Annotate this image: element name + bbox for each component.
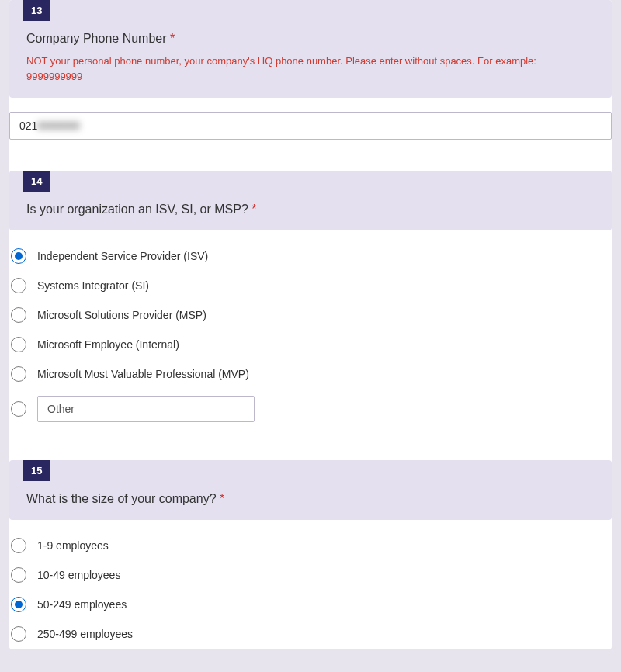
question-14-options: Independent Service Provider (ISV) Syste…	[9, 230, 612, 429]
question-title-text: What is the size of your company?	[26, 492, 217, 505]
option-row[interactable]: Microsoft Employee (Internal)	[9, 330, 612, 359]
option-row[interactable]: Microsoft Most Valuable Professional (MV…	[9, 359, 612, 389]
phone-input-wrap: 0210000000	[9, 98, 612, 140]
option-label: 250-499 employees	[37, 628, 133, 640]
question-number-badge: 15	[23, 460, 50, 481]
question-title-text: Is your organization an ISV, SI, or MSP?	[26, 203, 248, 216]
option-row-other	[9, 389, 612, 429]
option-label: Independent Service Provider (ISV)	[37, 250, 208, 262]
question-title: What is the size of your company? *	[9, 481, 612, 506]
option-row[interactable]: Independent Service Provider (ISV)	[9, 241, 612, 271]
option-row[interactable]: Microsoft Solutions Provider (MSP)	[9, 300, 612, 330]
question-title: Company Phone Number *	[9, 21, 612, 46]
radio-size-50-249[interactable]	[11, 597, 26, 612]
question-13-header: 13 Company Phone Number * NOT your perso…	[9, 0, 612, 98]
question-15-header: 15 What is the size of your company? *	[9, 460, 612, 520]
option-label: Systems Integrator (SI)	[37, 279, 149, 292]
radio-msp[interactable]	[11, 307, 26, 323]
other-text-input[interactable]	[37, 396, 255, 422]
question-14-block: 14 Is your organization an ISV, SI, or M…	[9, 171, 612, 429]
question-title-text: Company Phone Number	[26, 32, 167, 45]
required-asterisk: *	[170, 32, 175, 45]
option-row[interactable]: 1-9 employees	[9, 531, 612, 560]
question-15-block: 15 What is the size of your company? * 1…	[9, 460, 612, 649]
option-label: Microsoft Solutions Provider (MSP)	[37, 309, 206, 321]
company-phone-input[interactable]: 0210000000	[9, 112, 612, 140]
required-asterisk: *	[252, 203, 256, 216]
option-row[interactable]: 50-249 employees	[9, 590, 612, 619]
radio-mvp[interactable]	[11, 366, 26, 382]
option-row[interactable]: 10-49 employees	[9, 560, 612, 590]
question-15-options: 1-9 employees 10-49 employees 50-249 emp…	[9, 520, 612, 649]
question-13-block: 13 Company Phone Number * NOT your perso…	[9, 0, 612, 140]
option-label: Microsoft Employee (Internal)	[37, 338, 179, 351]
option-row[interactable]: Systems Integrator (SI)	[9, 271, 612, 300]
question-number-badge: 14	[23, 171, 50, 192]
phone-value-redacted: 0000000	[37, 120, 80, 132]
option-label: 50-249 employees	[37, 598, 127, 611]
form-page: 13 Company Phone Number * NOT your perso…	[0, 0, 621, 649]
radio-si[interactable]	[11, 278, 26, 293]
radio-other[interactable]	[11, 401, 26, 417]
form-panel: 13 Company Phone Number * NOT your perso…	[9, 0, 612, 649]
question-14-header: 14 Is your organization an ISV, SI, or M…	[9, 171, 612, 230]
option-row[interactable]: 250-499 employees	[9, 619, 612, 649]
radio-size-10-49[interactable]	[11, 567, 26, 583]
radio-microsoft-employee[interactable]	[11, 337, 26, 352]
option-label: 10-49 employees	[37, 569, 120, 581]
question-number-badge: 13	[23, 0, 50, 21]
question-title: Is your organization an ISV, SI, or MSP?…	[9, 192, 612, 216]
option-label: Microsoft Most Valuable Professional (MV…	[37, 368, 249, 380]
radio-size-1-9[interactable]	[11, 538, 26, 553]
radio-isv[interactable]	[11, 248, 26, 264]
phone-value-visible: 021	[19, 120, 37, 132]
required-asterisk: *	[220, 492, 224, 505]
option-label: 1-9 employees	[37, 539, 109, 552]
question-helper-text: NOT your personal phone number, your com…	[9, 46, 612, 84]
radio-size-250-499[interactable]	[11, 626, 26, 642]
